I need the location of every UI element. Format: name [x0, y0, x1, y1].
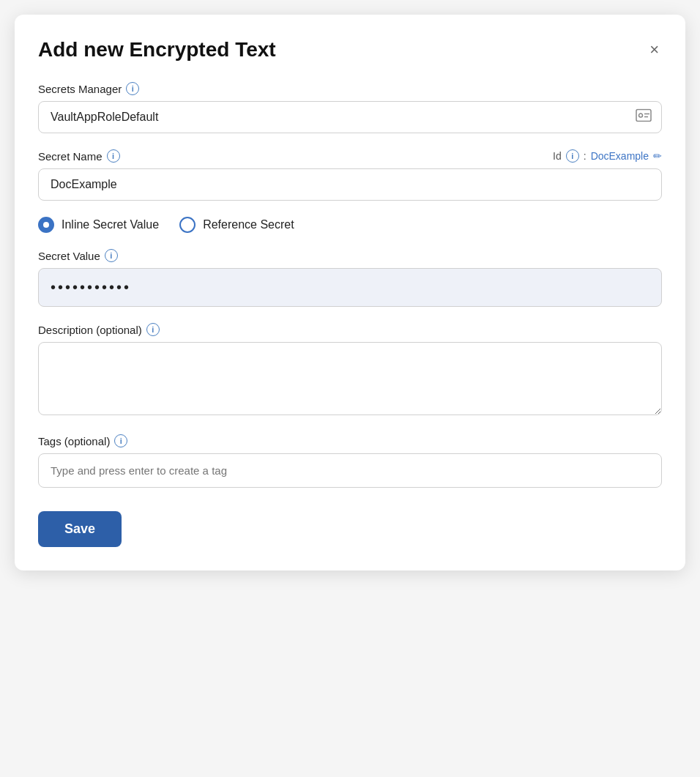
id-badge: Id i : DocExample ✏: [553, 149, 662, 163]
secrets-manager-info-icon[interactable]: i: [126, 82, 139, 95]
secret-value-info-icon[interactable]: i: [105, 249, 118, 262]
id-card-icon: [636, 109, 652, 126]
secret-value-input[interactable]: [38, 268, 662, 307]
secrets-manager-input[interactable]: [38, 101, 662, 133]
secret-value-group: Secret Value i: [38, 249, 662, 307]
description-info-icon[interactable]: i: [146, 323, 160, 336]
svg-point-1: [639, 114, 643, 117]
tags-input[interactable]: [38, 453, 662, 488]
close-icon: ×: [649, 42, 659, 58]
close-button[interactable]: ×: [647, 39, 662, 61]
description-group: Description (optional) i: [38, 323, 662, 418]
secrets-manager-group: Secrets Manager i: [38, 82, 662, 133]
description-textarea[interactable]: [38, 342, 662, 415]
tags-info-icon[interactable]: i: [114, 434, 127, 447]
secret-name-label: Secret Name i: [38, 149, 120, 163]
radio-group: Inline Secret Value Reference Secret: [38, 217, 662, 233]
add-encrypted-text-modal: Add new Encrypted Text × Secrets Manager…: [15, 15, 685, 570]
modal-title: Add new Encrypted Text: [38, 38, 276, 62]
reference-secret-radio[interactable]: Reference Secret: [179, 217, 294, 233]
tags-group: Tags (optional) i: [38, 434, 662, 488]
edit-icon[interactable]: ✏: [653, 150, 662, 162]
modal-header: Add new Encrypted Text ×: [38, 38, 662, 62]
inline-secret-radio[interactable]: Inline Secret Value: [38, 217, 159, 233]
inline-secret-radio-circle: [38, 217, 54, 233]
secrets-manager-wrapper: [38, 101, 662, 133]
description-label: Description (optional) i: [38, 323, 662, 336]
secret-value-label: Secret Value i: [38, 249, 662, 262]
secret-name-input[interactable]: [38, 168, 662, 201]
tags-label: Tags (optional) i: [38, 434, 662, 447]
secret-name-info-icon[interactable]: i: [107, 149, 120, 163]
secret-name-header: Secret Name i Id i : DocExample ✏: [38, 149, 662, 163]
secrets-manager-label: Secrets Manager i: [38, 82, 662, 95]
secret-name-group: Secret Name i Id i : DocExample ✏: [38, 149, 662, 201]
reference-secret-radio-circle: [179, 217, 196, 233]
save-button[interactable]: Save: [38, 511, 122, 547]
id-info-icon[interactable]: i: [566, 149, 579, 163]
